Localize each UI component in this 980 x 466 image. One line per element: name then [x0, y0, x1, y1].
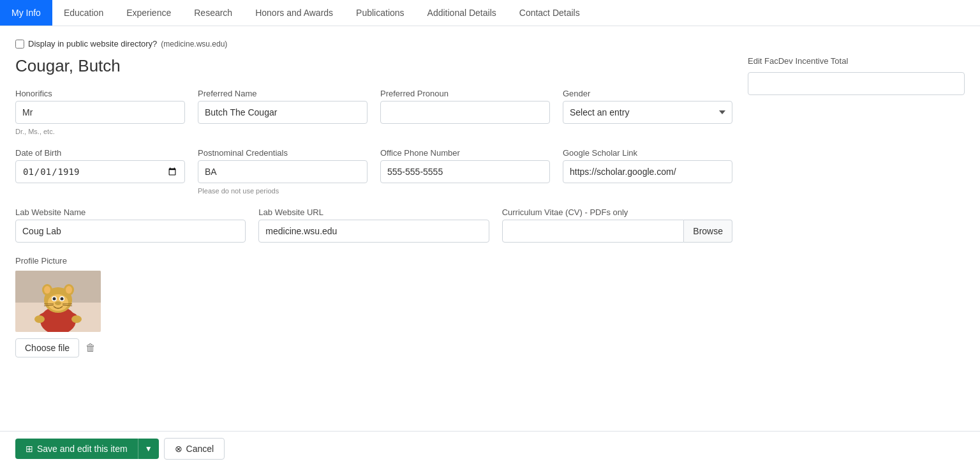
cv-input[interactable]: [502, 220, 685, 243]
tab-additional-details[interactable]: Additional Details: [416, 0, 508, 26]
right-panel: Edit FacDev Incentive Total: [748, 56, 965, 95]
tab-education[interactable]: Education: [52, 0, 115, 26]
preferred-name-label: Preferred Name: [198, 89, 368, 98]
delete-picture-icon[interactable]: 🗑: [85, 342, 96, 354]
preferred-name-group: Preferred Name: [198, 89, 368, 135]
preferred-name-input[interactable]: [198, 101, 368, 124]
honorifics-hint: Dr., Ms., etc.: [15, 128, 185, 135]
lab-name-label: Lab Website Name: [15, 207, 246, 217]
postnominal-input[interactable]: [198, 160, 368, 183]
postnominal-group: Postnominal Credentials Please do not us…: [198, 148, 368, 195]
lab-name-input[interactable]: [15, 220, 246, 243]
profile-picture-label: Profile Picture: [15, 256, 67, 266]
svg-point-12: [61, 297, 64, 301]
gender-label: Gender: [563, 89, 732, 98]
svg-point-21: [71, 315, 82, 323]
dob-label: Date of Birth: [15, 148, 185, 158]
office-phone-label: Office Phone Number: [380, 148, 550, 158]
directory-checkbox-row: Display in public website directory? (me…: [15, 39, 965, 49]
svg-point-7: [66, 286, 72, 294]
main-content: Display in public website directory? (me…: [0, 26, 980, 383]
directory-checkbox[interactable]: [15, 40, 24, 49]
facdev-input[interactable]: [748, 72, 965, 95]
profile-picture: [15, 271, 101, 332]
office-phone-group: Office Phone Number: [380, 148, 550, 195]
tab-honors-awards[interactable]: Honors and Awards: [244, 0, 345, 26]
postnominal-label: Postnominal Credentials: [198, 148, 368, 158]
gender-group: Gender Select an entry: [563, 89, 732, 135]
facdev-group: Edit FacDev Incentive Total: [748, 56, 965, 95]
directory-checkbox-label: Display in public website directory?: [28, 39, 157, 49]
google-scholar-input[interactable]: [563, 160, 732, 183]
left-main: Cougar, Butch Honorifics Dr., Ms., etc. …: [15, 56, 732, 370]
preferred-pronoun-label: Preferred Pronoun: [380, 89, 550, 98]
profile-pic-container: Choose file 🗑: [15, 271, 732, 357]
google-scholar-group: Google Scholar Link: [563, 148, 732, 195]
svg-point-20: [34, 315, 45, 323]
choose-file-row: Choose file 🗑: [15, 338, 732, 357]
page-title: Cougar, Butch: [15, 56, 732, 76]
form-row-2: Date of Birth Postnominal Credentials Pl…: [15, 148, 732, 195]
form-row-1: Honorifics Dr., Ms., etc. Preferred Name…: [15, 89, 732, 135]
lab-url-label: Lab Website URL: [258, 207, 489, 217]
svg-point-6: [44, 286, 50, 294]
tab-publications[interactable]: Publications: [345, 0, 416, 26]
tab-experience[interactable]: Experience: [115, 0, 182, 26]
facdev-label: Edit FacDev Incentive Total: [748, 56, 965, 66]
honorifics-group: Honorifics Dr., Ms., etc.: [15, 89, 185, 135]
postnominal-hint: Please do not use periods: [198, 187, 368, 195]
profile-picture-section: Profile Picture: [15, 255, 732, 357]
tab-contact-details[interactable]: Contact Details: [508, 0, 591, 26]
tab-research[interactable]: Research: [182, 0, 244, 26]
dob-group: Date of Birth: [15, 148, 185, 195]
gender-select[interactable]: Select an entry: [563, 101, 732, 124]
cv-group: Curriculum Vitae (CV) - PDFs only Browse: [502, 207, 732, 243]
lab-name-group: Lab Website Name: [15, 207, 246, 243]
dob-input[interactable]: [15, 160, 185, 183]
honorifics-input[interactable]: [15, 101, 185, 124]
preferred-pronoun-group: Preferred Pronoun: [380, 89, 550, 135]
honorifics-label: Honorifics: [15, 89, 185, 98]
google-scholar-label: Google Scholar Link: [563, 148, 732, 158]
preferred-pronoun-input[interactable]: [380, 101, 550, 124]
top-section: Cougar, Butch Honorifics Dr., Ms., etc. …: [15, 56, 965, 370]
cv-input-row: Browse: [502, 220, 732, 243]
tab-my-info[interactable]: My Info: [0, 0, 52, 26]
office-phone-input[interactable]: [380, 160, 550, 183]
svg-point-13: [55, 301, 61, 305]
cv-browse-button[interactable]: Browse: [684, 220, 732, 243]
lab-url-group: Lab Website URL: [258, 207, 489, 243]
svg-point-11: [53, 297, 56, 301]
cv-label: Curriculum Vitae (CV) - PDFs only: [502, 207, 732, 217]
nav-bar: My Info Education Experience Research Ho…: [0, 0, 980, 26]
choose-file-button[interactable]: Choose file: [15, 338, 79, 357]
directory-domain: (medicine.wsu.edu): [161, 40, 227, 49]
cougar-image: [15, 271, 101, 332]
form-row-3: Lab Website Name Lab Website URL Curricu…: [15, 207, 732, 243]
lab-url-input[interactable]: [258, 220, 489, 243]
